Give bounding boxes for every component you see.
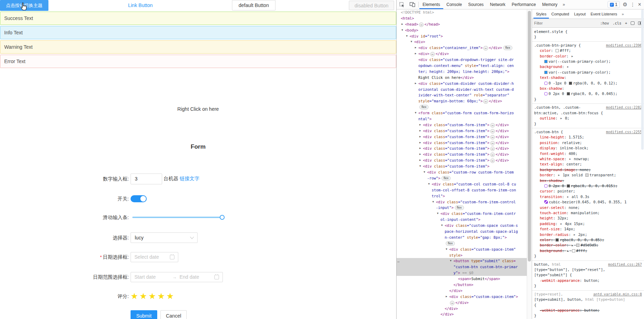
suffix-link[interactable]: 链接文字 xyxy=(180,176,199,181)
slider-track[interactable] xyxy=(132,217,224,218)
tree-node-line[interactable]: ▶<div>…</div> xyxy=(397,51,527,57)
tab-event-listeners[interactable]: Event Listeners xyxy=(588,9,620,19)
tree-node-line[interactable]: -input">flex xyxy=(397,205,527,211)
expand-arrow-icon[interactable]: ▶ xyxy=(419,145,421,151)
tree-node-line[interactable]: ▶<div class="custom-form-item">…</div> xyxy=(397,134,527,140)
css-property[interactable]: outline: ▶ 0; xyxy=(534,116,642,121)
tree-node-line[interactable]: ntal"> xyxy=(397,116,527,122)
expand-arrow-icon[interactable]: ▶ xyxy=(419,128,421,134)
tab-elements[interactable]: Elements xyxy=(419,0,443,9)
css-property[interactable]: position: relative; xyxy=(534,140,642,145)
collapse-arrow-icon[interactable]: ▼ xyxy=(415,110,417,116)
tab-performance[interactable]: Performance xyxy=(509,0,539,9)
tree-node-line[interactable]: ▼<div id="root"> xyxy=(397,33,527,39)
ellipsis-badge[interactable]: … xyxy=(483,46,488,50)
rule-selector[interactable]: modified.css:2282.custom-btn, .custom- xyxy=(534,105,642,110)
css-property[interactable]: cubic-bezier(0.645, 0.045, 0.355, 1 xyxy=(534,199,642,205)
tree-node-line[interactable]: y"> == $0 xyxy=(397,270,527,276)
css-property[interactable]: text-align: center; xyxy=(534,162,642,167)
flex-badge[interactable]: flex xyxy=(441,176,451,181)
tree-node-line[interactable]: orizontal custom-divider-with-text custo… xyxy=(397,87,527,93)
tree-node-line[interactable]: <!DOCTYPE html> xyxy=(397,9,527,15)
default-button[interactable]: default Button xyxy=(232,0,275,11)
context-menu-trigger[interactable]: Right Click on here xyxy=(0,106,396,112)
more-tabs-icon[interactable]: » xyxy=(560,0,567,9)
shadow-editor-icon[interactable] xyxy=(544,92,547,95)
tree-node-line[interactable]: style> xyxy=(397,252,527,258)
ellipsis-badge[interactable]: … xyxy=(490,141,495,145)
tree-node-line[interactable]: ▼<div class="custom-space custom-s xyxy=(397,223,527,229)
tree-node-line[interactable]: ter; height: 200px; line-height: 200px;"… xyxy=(397,69,527,75)
css-property[interactable]: border-color: ▶ #d9d9d9; xyxy=(534,243,642,248)
color-swatch[interactable] xyxy=(567,92,570,95)
css-rule[interactable]: modified.css:2255.custom-btn {line-heigh… xyxy=(532,128,644,261)
ellipsis-badge[interactable]: … xyxy=(490,135,495,140)
source-link[interactable]: modified.css:2282 xyxy=(606,105,642,110)
css-rule[interactable]: element.style {} xyxy=(532,28,644,42)
css-property[interactable]: color: #fff; xyxy=(534,48,642,53)
tree-node-line[interactable]: </div> xyxy=(397,306,527,312)
kebab-menu-icon[interactable]: ⋮ xyxy=(630,2,635,7)
color-swatch[interactable] xyxy=(544,60,547,63)
tree-node-line[interactable]: ▶<div class="custom-divider custom-divid… xyxy=(397,81,527,87)
expand-arrow-icon[interactable]: ▶ xyxy=(571,244,574,247)
color-swatch[interactable] xyxy=(567,184,570,188)
range-picker[interactable]: Start date → End date xyxy=(131,272,223,282)
tree-node-line[interactable]: …</div> xyxy=(397,300,527,306)
expand-arrow-icon[interactable]: ▶ xyxy=(569,157,572,161)
rule-selector[interactable]: element.style { xyxy=(534,29,642,34)
collapse-arrow-icon[interactable]: ▼ xyxy=(432,199,434,205)
css-property[interactable]: transition: ▶ all 0.3s xyxy=(534,194,642,199)
tab-computed[interactable]: Computed xyxy=(549,9,572,19)
css-property[interactable]: background: ▶ #fff; xyxy=(534,248,642,253)
expand-arrow-icon[interactable]: ▶ xyxy=(571,55,574,58)
tree-node-line[interactable]: ▶<div class="custom-form-item">…</div> xyxy=(397,145,527,151)
rule-selector[interactable]: btn:active, .custom-btn:focus { xyxy=(534,110,642,116)
tree-node-line[interactable]: ▼<body> xyxy=(397,27,527,33)
css-property[interactable]: font-size: 14px; xyxy=(534,226,642,232)
css-property[interactable]: border: ▶ 1px solid transparent; xyxy=(534,172,642,178)
tab-memory[interactable]: Memory xyxy=(539,0,560,9)
tree-node-line[interactable]: ▶<div class="custom-form-item">…</div> xyxy=(397,122,527,128)
tree-node-line[interactable]: ▼<div class="custom-form-item-control xyxy=(397,199,527,205)
tab-styles[interactable]: Styles xyxy=(533,9,549,19)
color-swatch[interactable] xyxy=(569,82,572,85)
css-property[interactable]: -webkit-appearance: button; xyxy=(534,278,642,283)
expand-arrow-icon[interactable]: ▶ xyxy=(415,51,417,57)
elements-scrollbar[interactable] xyxy=(527,9,532,319)
expand-arrow-icon[interactable]: ▶ xyxy=(419,122,421,128)
css-property[interactable]: cursor: pointer; xyxy=(534,189,642,194)
source-link[interactable]: antd.variable.min.css:8 xyxy=(593,292,642,297)
styles-scrollbar[interactable] xyxy=(641,9,644,150)
tree-node-line[interactable]: ▶<div class="custom-form-item">…</div> xyxy=(397,157,527,163)
source-link[interactable]: modified.css:2396 xyxy=(606,43,642,48)
tree-node-line[interactable]: ▶<div class="custom-form-item">…</div> xyxy=(397,128,527,134)
color-swatch[interactable] xyxy=(556,49,559,52)
bezier-editor-icon[interactable] xyxy=(544,200,548,204)
tree-node-line[interactable]: stom-col-offset-8 custom-form-item-con xyxy=(397,187,527,193)
shadow-editor-icon[interactable] xyxy=(544,184,547,188)
inspect-element-icon[interactable] xyxy=(397,0,407,9)
css-property[interactable]: 0 2px 0 rgba(0, 0, 0, 0.015); xyxy=(534,183,642,189)
number-input[interactable] xyxy=(131,174,162,184)
collapse-arrow-icon[interactable]: ▼ xyxy=(450,258,452,264)
tree-node-line[interactable]: trol"> xyxy=(397,193,527,199)
expand-arrow-icon[interactable]: ▶ xyxy=(415,45,417,51)
rule-selector[interactable]: { xyxy=(534,303,642,308)
tree-node-line[interactable]: Right Click on here</div> xyxy=(397,75,527,81)
css-property[interactable]: 0 -1px 0 rgba(0, 0, 0, 0.12); xyxy=(534,81,642,86)
more-styles-tabs-icon[interactable]: » xyxy=(620,9,626,19)
tab-network[interactable]: Network xyxy=(487,0,509,9)
tree-node-line[interactable]: ▼<div class="custom-row custom-form-item xyxy=(397,169,527,175)
scrollbar-thumb[interactable] xyxy=(528,11,531,262)
ellipsis-badge[interactable]: … xyxy=(490,129,495,134)
css-property[interactable]: user-select: none; xyxy=(534,205,642,210)
css-property[interactable]: border-color: ▶ xyxy=(534,54,642,59)
css-property[interactable]: box-shadow: xyxy=(534,178,642,183)
tree-node-line[interactable]: ▼<div> xyxy=(397,39,527,45)
css-property[interactable]: color: rgba(0, 0, 0, 0.85); xyxy=(534,237,642,243)
color-swatch[interactable] xyxy=(544,71,547,74)
ellipsis-badge[interactable]: … xyxy=(490,147,495,151)
css-property[interactable]: background-image: none; xyxy=(534,167,642,172)
expand-arrow-icon[interactable]: ▶ xyxy=(558,174,561,177)
